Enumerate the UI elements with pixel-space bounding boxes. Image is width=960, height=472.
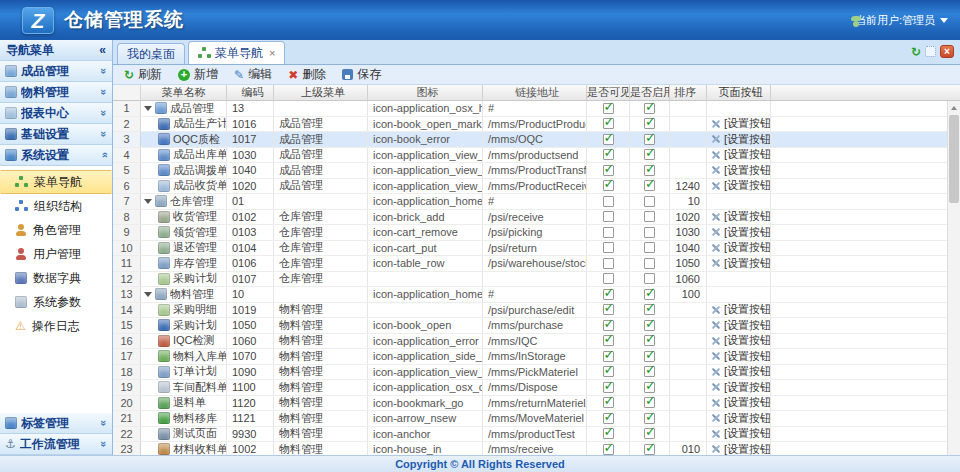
panel-maximize-icon[interactable] <box>925 46 936 57</box>
table-row[interactable]: 19车间配料单1100物料管理icon-application_osx_casc… <box>113 380 960 396</box>
current-user-menu[interactable]: 当前用户:管理员 <box>850 13 948 28</box>
visible-checkbox[interactable] <box>603 273 614 284</box>
save-button[interactable]: 保存 <box>336 66 387 84</box>
enabled-checkbox[interactable] <box>644 103 655 114</box>
enabled-checkbox[interactable] <box>644 335 655 346</box>
sidebar-group-basic-settings[interactable]: 基础设置» <box>0 124 112 145</box>
visible-checkbox[interactable] <box>603 180 614 191</box>
set-buttons-link[interactable]: [设置按钮] <box>711 256 771 271</box>
table-row[interactable]: 11库存管理0106仓库管理icon-table_row/psi/warehou… <box>113 256 960 272</box>
visible-checkbox[interactable] <box>603 428 614 439</box>
tab-menu-nav[interactable]: 菜单导航× <box>188 41 285 64</box>
enabled-checkbox[interactable] <box>644 428 655 439</box>
visible-checkbox[interactable] <box>603 413 614 424</box>
set-buttons-link[interactable]: [设置按钮] <box>711 179 771 194</box>
sidebar-group-label-mgmt[interactable]: 标签管理» <box>0 413 112 434</box>
visible-checkbox[interactable] <box>603 134 614 145</box>
expand-icon[interactable] <box>144 199 152 204</box>
table-row[interactable]: 10退还管理0104仓库管理icon-cart_put/psi/return10… <box>113 241 960 257</box>
expand-icon[interactable] <box>144 292 152 297</box>
chevron-down-icon[interactable]: » <box>98 131 110 137</box>
visible-checkbox[interactable] <box>603 397 614 408</box>
sidebar-item-org-structure[interactable]: 组织结构 <box>0 194 112 218</box>
enabled-checkbox[interactable] <box>644 397 655 408</box>
column-header[interactable]: 链接地址 <box>483 85 587 101</box>
column-header[interactable]: 是否可见 <box>587 85 630 101</box>
chevron-down-icon[interactable]: » <box>98 441 110 447</box>
column-header[interactable]: 编码 <box>227 85 274 101</box>
table-row[interactable]: 9领货管理0103仓库管理icon-cart_remove/psi/pickin… <box>113 225 960 241</box>
column-header[interactable]: 排序 <box>670 85 707 101</box>
table-row[interactable]: 15采购计划1050物料管理icon-book_open/mms/purchas… <box>113 318 960 334</box>
chevron-down-icon[interactable]: » <box>98 110 110 116</box>
enabled-checkbox[interactable] <box>644 118 655 129</box>
set-buttons-link[interactable]: [设置按钮] <box>711 148 771 163</box>
set-buttons-link[interactable]: [设置按钮] <box>711 365 771 380</box>
tab-close-icon[interactable]: × <box>269 48 275 59</box>
table-row[interactable]: 23材料收料单1002物料管理icon-house_in/mms/receive… <box>113 442 960 455</box>
enabled-checkbox[interactable] <box>644 196 655 207</box>
set-buttons-link[interactable]: [设置按钮] <box>711 163 771 178</box>
table-row[interactable]: 2成品生产计划1016成品管理icon-book_open_mark/mms/P… <box>113 117 960 133</box>
set-buttons-link[interactable]: [设置按钮] <box>711 380 771 395</box>
enabled-checkbox[interactable] <box>644 134 655 145</box>
visible-checkbox[interactable] <box>603 320 614 331</box>
visible-checkbox[interactable] <box>603 211 614 222</box>
enabled-checkbox[interactable] <box>644 320 655 331</box>
table-row[interactable]: 8收货管理0102仓库管理icon-brick_add/psi/receive1… <box>113 210 960 226</box>
enabled-checkbox[interactable] <box>644 304 655 315</box>
table-row[interactable]: 1成品管理13icon-application_osx_home# <box>113 101 960 117</box>
enabled-checkbox[interactable] <box>644 413 655 424</box>
set-buttons-link[interactable]: [设置按钮] <box>711 210 771 225</box>
table-row[interactable]: 4成品出库单1030成品管理icon-application_view_tile… <box>113 148 960 164</box>
table-row[interactable]: 21物料移库1121物料管理icon-arrow_nsew/mms/MoveMa… <box>113 411 960 427</box>
table-row[interactable]: 18订单计划1090物料管理icon-application_view_deta… <box>113 365 960 381</box>
table-row[interactable]: 12采购计划0107仓库管理1060 <box>113 272 960 288</box>
visible-checkbox[interactable] <box>603 242 614 253</box>
set-buttons-link[interactable]: [设置按钮] <box>711 334 771 349</box>
refresh-button[interactable]: ↻刷新 <box>118 66 168 84</box>
enabled-checkbox[interactable] <box>644 366 655 377</box>
column-header[interactable]: 图标 <box>368 85 483 101</box>
visible-checkbox[interactable] <box>603 289 614 300</box>
chevron-up-icon[interactable]: » <box>98 152 110 158</box>
set-buttons-link[interactable]: [设置按钮] <box>711 225 771 240</box>
sidebar-item-menu-nav[interactable]: 菜单导航 <box>0 170 112 194</box>
sidebar-group-material-mgmt[interactable]: 物料管理» <box>0 82 112 103</box>
table-row[interactable]: 5成品调拨单1040成品管理icon-application_view_icon… <box>113 163 960 179</box>
table-row[interactable]: 22测试页面9930物料管理icon-anchor/mms/productTes… <box>113 427 960 443</box>
visible-checkbox[interactable] <box>603 149 614 160</box>
edit-button[interactable]: ✎编辑 <box>228 66 278 84</box>
sidebar-group-report-center[interactable]: 报表中心» <box>0 103 112 124</box>
enabled-checkbox[interactable] <box>644 242 655 253</box>
enabled-checkbox[interactable] <box>644 382 655 393</box>
scroll-up-button[interactable] <box>948 101 960 114</box>
collapse-sidebar-icon[interactable]: « <box>99 43 106 57</box>
enabled-checkbox[interactable] <box>644 289 655 300</box>
visible-checkbox[interactable] <box>603 165 614 176</box>
set-buttons-link[interactable]: [设置按钮] <box>711 349 771 364</box>
add-button[interactable]: +新增 <box>172 66 224 84</box>
table-row[interactable]: 14采购明细1019物料管理/psi/purchase/edit[设置按钮] <box>113 303 960 319</box>
table-row[interactable]: 3OQC质检1017成品管理icon-book_error/mms/OQC[设置… <box>113 132 960 148</box>
column-header[interactable]: 菜单名称 <box>141 85 227 101</box>
visible-checkbox[interactable] <box>603 258 614 269</box>
sidebar-item-operation-log[interactable]: ⚠操作日志 <box>0 314 112 338</box>
visible-checkbox[interactable] <box>603 351 614 362</box>
enabled-checkbox[interactable] <box>644 211 655 222</box>
table-row[interactable]: 13物料管理10icon-application_home#100 <box>113 287 960 303</box>
set-buttons-link[interactable]: [设置按钮] <box>711 241 771 256</box>
sidebar-item-role-mgmt[interactable]: 角色管理 <box>0 218 112 242</box>
sidebar-group-system-settings[interactable]: 系统设置» <box>0 145 112 166</box>
tab-my-desktop[interactable]: 我的桌面 <box>117 43 185 64</box>
visible-checkbox[interactable] <box>603 335 614 346</box>
set-buttons-link[interactable]: [设置按钮] <box>711 303 771 318</box>
column-header[interactable]: 上级菜单 <box>274 85 368 101</box>
sidebar-group-product-mgmt[interactable]: 成品管理» <box>0 61 112 82</box>
visible-checkbox[interactable] <box>603 118 614 129</box>
table-row[interactable]: 20退料单1120物料管理icon-bookmark_go/mms/return… <box>113 396 960 412</box>
sidebar-item-system-params[interactable]: 系统参数 <box>0 290 112 314</box>
visible-checkbox[interactable] <box>603 444 614 455</box>
visible-checkbox[interactable] <box>603 382 614 393</box>
delete-button[interactable]: ✖删除 <box>282 66 332 84</box>
